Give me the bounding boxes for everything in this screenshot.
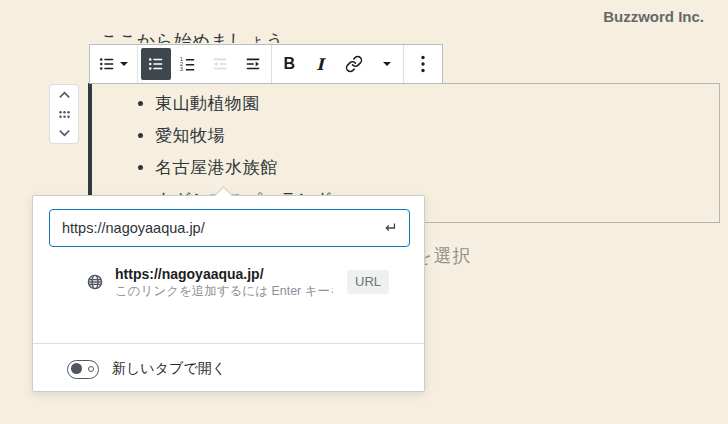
unordered-list-button[interactable] <box>141 48 171 80</box>
block-switcher-button[interactable] <box>93 45 134 83</box>
more-options-button[interactable] <box>406 45 440 83</box>
italic-button[interactable]: I <box>306 45 334 83</box>
outdent-icon <box>211 55 229 73</box>
list-item[interactable]: 愛知牧場 <box>155 120 553 152</box>
suggestion-text: https://nagoyaaqua.jp/ このリンクを追加するには Ente… <box>115 266 333 299</box>
link-suggestion-item[interactable]: https://nagoyaaqua.jp/ このリンクを追加するには Ente… <box>33 255 424 309</box>
clipped-paragraph-text: ここから始めましょう <box>100 29 284 43</box>
url-type-badge: URL <box>347 270 389 294</box>
ordered-list-icon: 1 2 3 <box>179 55 197 73</box>
ordered-list-button[interactable]: 1 2 3 <box>173 45 203 83</box>
kebab-menu-icon <box>420 54 426 74</box>
link-button[interactable] <box>337 45 371 83</box>
block-toolbar: 1 2 3 B I <box>89 44 443 84</box>
suggestion-url: https://nagoyaaqua.jp/ <box>115 266 333 283</box>
bulleted-list-icon <box>98 55 116 73</box>
chevron-down-icon <box>383 62 391 66</box>
toggle-thumb <box>71 363 82 374</box>
site-title: Buzzword Inc. <box>603 8 704 25</box>
options-group <box>404 45 442 83</box>
url-input[interactable] <box>50 220 379 236</box>
chevron-down-icon <box>58 129 71 137</box>
block-switcher-group <box>90 45 138 83</box>
list-item[interactable]: 東山動植物園 <box>155 88 553 120</box>
drag-handle[interactable] <box>58 110 71 119</box>
svg-text:3: 3 <box>180 66 183 72</box>
indent-icon <box>244 55 262 73</box>
chevron-up-icon <box>58 91 71 99</box>
formatting-group: B I <box>272 45 404 83</box>
toggle-off-ring <box>88 366 94 372</box>
link-popover: https://nagoyaaqua.jp/ このリンクを追加するには Ente… <box>32 195 425 392</box>
editor-canvas: Buzzword Inc. ここから始めましょう 東山動植物園 愛知牧場 名古屋… <box>0 0 728 424</box>
move-up-button[interactable] <box>58 91 71 99</box>
more-formatting-dropdown[interactable] <box>374 45 400 83</box>
unordered-list-icon <box>147 55 165 73</box>
chevron-down-icon <box>120 62 128 66</box>
indent-button[interactable] <box>238 45 268 83</box>
open-in-new-tab-row: 新しいタブで開く <box>33 353 424 385</box>
outdent-button <box>205 45 235 83</box>
bold-button[interactable]: B <box>275 45 303 83</box>
toggle-label: 新しいタブで開く <box>112 360 226 378</box>
list-tools-group: 1 2 3 <box>138 45 272 83</box>
enter-key-icon <box>379 218 399 238</box>
globe-icon <box>85 272 105 292</box>
move-down-button[interactable] <box>58 129 71 137</box>
open-in-new-tab-toggle[interactable] <box>67 360 99 379</box>
list-item[interactable]: 名古屋港水族館 <box>155 152 553 184</box>
popover-divider <box>33 343 424 344</box>
link-icon <box>345 55 363 73</box>
drag-handle-icon <box>58 110 71 119</box>
suggestion-description: このリンクを追加するには Enter キーを押… <box>115 283 333 299</box>
block-mover <box>49 84 79 144</box>
url-input-wrapper <box>49 209 410 247</box>
